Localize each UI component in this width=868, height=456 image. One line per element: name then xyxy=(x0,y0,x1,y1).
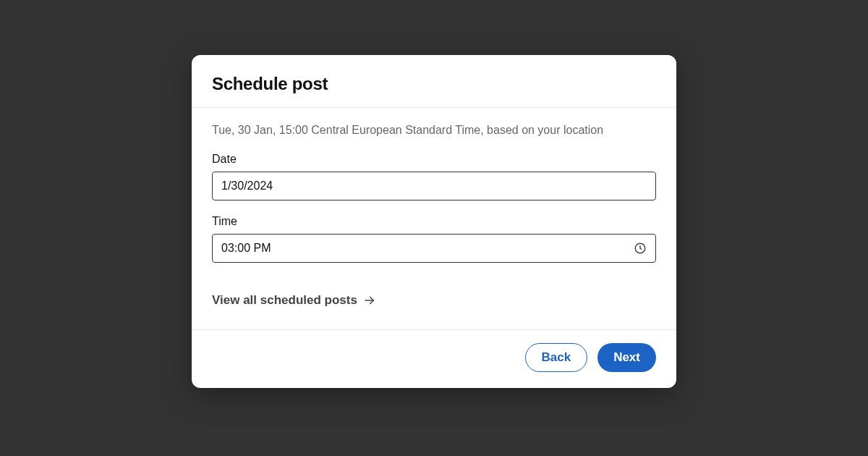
date-input[interactable]: 1/30/2024 xyxy=(212,172,656,200)
date-label: Date xyxy=(212,153,656,166)
clock-icon xyxy=(634,242,647,255)
next-button[interactable]: Next xyxy=(597,343,656,372)
modal-body: Tue, 30 Jan, 15:00 Central European Stan… xyxy=(192,108,676,329)
back-button[interactable]: Back xyxy=(525,343,588,372)
time-label: Time xyxy=(212,215,656,228)
modal-footer: Back Next xyxy=(192,330,676,388)
date-input-value: 1/30/2024 xyxy=(221,180,273,193)
schedule-info-text: Tue, 30 Jan, 15:00 Central European Stan… xyxy=(212,124,656,137)
schedule-post-modal: Schedule post Tue, 30 Jan, 15:00 Central… xyxy=(192,55,676,388)
time-field-group: Time 03:00 PM xyxy=(212,215,656,263)
view-all-scheduled-link[interactable]: View all scheduled posts xyxy=(212,293,376,308)
modal-header: Schedule post xyxy=(192,55,676,107)
view-all-scheduled-link-text: View all scheduled posts xyxy=(212,293,357,308)
date-field-group: Date 1/30/2024 xyxy=(212,153,656,200)
time-input[interactable]: 03:00 PM xyxy=(212,234,656,263)
modal-title: Schedule post xyxy=(212,74,656,94)
time-input-value: 03:00 PM xyxy=(221,242,271,255)
arrow-right-icon xyxy=(363,294,376,307)
